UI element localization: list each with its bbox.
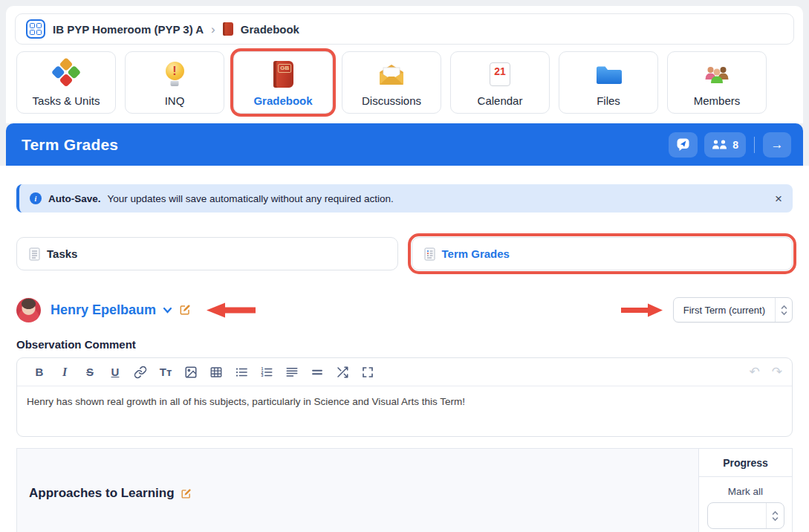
fullscreen-icon [361, 366, 374, 379]
close-icon[interactable]: × [775, 192, 782, 205]
top-section: IB PYP Homeroom (PYP 3) A › Gradebook Ta… [6, 6, 803, 123]
spinner-chevrons-icon[interactable] [775, 298, 792, 322]
term-select[interactable]: First Term (current) [673, 297, 793, 322]
nav-cards: Tasks & Units INQ GB Gradebook [15, 51, 794, 114]
term-select-value: First Term (current) [674, 298, 775, 322]
info-icon: i [30, 192, 42, 204]
page: IB PYP Homeroom (PYP 3) A › Gradebook Ta… [0, 0, 809, 532]
calendar-icon: 21 [490, 59, 510, 90]
term-grades-header: Term Grades 8 → [6, 123, 803, 166]
underline-button[interactable]: U [103, 361, 128, 383]
edit-icon [181, 488, 192, 499]
tab-term-grades-label: Term Grades [442, 247, 510, 260]
progress-column-body: Mark all [698, 477, 792, 532]
nav-card-files[interactable]: Files [559, 51, 658, 114]
bold-button[interactable]: B [27, 361, 52, 383]
breadcrumb-separator-icon: › [211, 23, 215, 36]
doc-icon [29, 247, 40, 261]
content: i Auto-Save.Your updates will save autom… [0, 166, 809, 532]
book-gb-label: GB [278, 64, 291, 73]
nav-card-label: INQ [165, 94, 185, 107]
banner-title: Auto-Save. [48, 193, 101, 204]
text-style-button[interactable]: Tᴛ [153, 361, 178, 383]
calendar-day: 21 [490, 63, 510, 80]
observation-comment-label: Observation Comment [16, 338, 793, 351]
annotation-arrow-right [621, 302, 664, 318]
student-avatar[interactable] [16, 298, 41, 322]
nav-card-members[interactable]: Members [667, 51, 767, 114]
mark-all-label: Mark all [728, 486, 763, 497]
table-button[interactable] [204, 361, 229, 383]
section-cell: Approaches to Learning [17, 449, 698, 532]
nav-card-label: Members [694, 94, 741, 107]
autosave-banner: i Auto-Save.Your updates will save autom… [16, 184, 793, 213]
student-dropdown-button[interactable] [163, 307, 172, 314]
book-icon [223, 22, 233, 36]
breadcrumb: IB PYP Homeroom (PYP 3) A › Gradebook [15, 13, 794, 45]
mark-all-select[interactable] [707, 502, 784, 529]
link-icon [134, 366, 147, 379]
image-icon [184, 366, 198, 379]
next-student-button[interactable]: → [763, 132, 791, 158]
observation-comment-editor[interactable]: Henry has shown real growth in all of hi… [17, 386, 792, 436]
members-count-button[interactable]: 8 [704, 132, 746, 158]
nav-card-tasks-units[interactable]: Tasks & Units [16, 51, 116, 114]
numbered-list-icon: 1 2 3 [260, 366, 273, 379]
strikethrough-button[interactable]: S [77, 361, 103, 383]
grades-table: Approaches to Learning Progress Mark all [16, 448, 793, 532]
view-tabs: Tasks Term Grades [16, 237, 793, 270]
nav-card-label: Files [597, 94, 620, 107]
gradebook-book-icon: GB [273, 59, 293, 90]
people-count-icon [712, 139, 727, 150]
puzzle-icon [53, 59, 79, 90]
nav-card-label: Tasks & Units [33, 94, 100, 107]
nav-card-inq[interactable]: INQ [125, 51, 224, 114]
nav-card-discussions[interactable]: Discussions [342, 51, 441, 114]
nav-card-label: Gradebook [253, 94, 312, 107]
tab-term-grades[interactable]: Term Grades [412, 237, 793, 270]
grid-icon[interactable] [26, 19, 45, 39]
section-title: Approaches to Learning [29, 486, 175, 501]
link-button[interactable] [128, 361, 153, 383]
fullscreen-button[interactable] [355, 361, 380, 383]
breadcrumb-current: Gradebook [241, 23, 299, 36]
observation-editor: B I S U Tᴛ [16, 357, 793, 437]
messages-button[interactable] [669, 132, 698, 158]
editor-toolbar: B I S U Tᴛ [17, 358, 792, 386]
messages-icon [676, 137, 690, 152]
edit-section-button[interactable] [181, 488, 192, 499]
progress-column-header: Progress [698, 449, 792, 477]
student-name-link[interactable]: Henry Epelbaum [51, 302, 156, 318]
chevron-down-icon [163, 307, 172, 314]
nav-card-label: Discussions [362, 94, 421, 107]
svg-text:3: 3 [261, 373, 264, 377]
edit-icon [179, 304, 191, 316]
annotation-arrow-left [205, 302, 256, 319]
redo-icon[interactable]: ↷ [772, 361, 782, 383]
edit-student-button[interactable] [179, 304, 191, 316]
nav-card-calendar[interactable]: 21 Calendar [450, 51, 550, 114]
undo-icon[interactable]: ↶ [750, 361, 760, 383]
editor-history-controls: ↶ ↷ [750, 361, 783, 383]
image-button[interactable] [178, 361, 204, 383]
italic-button[interactable]: I [52, 361, 77, 383]
table-icon [209, 366, 223, 379]
arrows-button[interactable] [330, 361, 355, 383]
header-divider [754, 137, 755, 153]
nav-card-gradebook[interactable]: GB Gradebook [233, 51, 333, 114]
page-title: Term Grades [22, 136, 118, 154]
align-button[interactable] [279, 361, 305, 383]
horizontal-lines-button[interactable] [305, 361, 330, 383]
members-count: 8 [732, 139, 738, 151]
arrow-right-icon: → [771, 138, 784, 151]
term-select-group: First Term (current) [621, 297, 793, 322]
tab-tasks[interactable]: Tasks [16, 237, 398, 270]
arrows-icon [336, 366, 349, 379]
breadcrumb-course-link[interactable]: IB PYP Homeroom (PYP 3) A [53, 23, 204, 36]
spinner-chevrons-icon[interactable] [766, 503, 784, 528]
numbered-list-button[interactable]: 1 2 3 [254, 361, 279, 383]
nav-card-label: Calendar [478, 94, 523, 107]
folder-icon [594, 59, 623, 90]
banner-text: Auto-Save.Your updates will save automat… [48, 193, 394, 204]
bullet-list-button[interactable] [229, 361, 254, 383]
